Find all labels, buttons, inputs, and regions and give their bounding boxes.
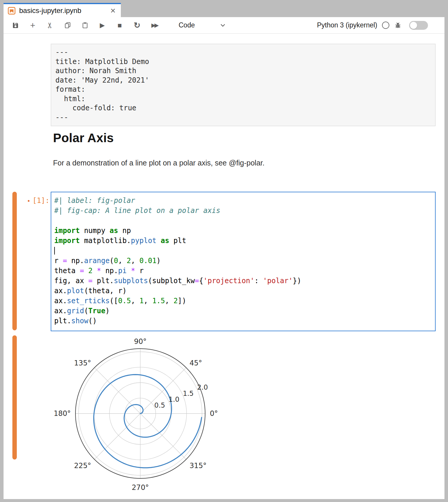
cell-type-value: Code [179,21,195,29]
tab-title: basics-jupyter.ipynb [19,6,110,15]
copy-cells-button[interactable] [64,21,71,30]
scissors-icon: ✂ [45,22,55,29]
kernel-name[interactable]: Python 3 (ipykernel) [317,21,377,29]
svg-text:135°: 135° [74,359,91,367]
notebook-icon [8,7,16,15]
svg-text:225°: 225° [74,462,91,470]
paste-cells-button[interactable] [81,21,89,30]
fast-forward-icon: ▶▶ [151,22,157,29]
chevron-down-icon [220,24,225,27]
interrupt-kernel-button[interactable]: ■ [116,21,123,30]
svg-text:1.0: 1.0 [169,396,179,403]
stop-icon: ■ [118,21,122,29]
code-cell-editor[interactable]: #| label: fig-polar#| fig-cap: A line pl… [51,192,436,331]
raw-yaml-cell[interactable]: ---title: Matplotlib Demoauthor: Norah S… [51,44,436,126]
copy-icon [64,22,71,29]
svg-text:0°: 0° [210,409,218,418]
debugger-button[interactable] [394,22,401,29]
plus-icon: + [30,20,35,30]
svg-text:180°: 180° [54,409,71,418]
svg-text:270°: 270° [132,483,149,492]
save-button[interactable] [11,21,19,30]
toggle-knob [410,22,417,29]
clipboard-icon [82,22,88,29]
run-icon: ▶ [100,22,105,29]
output-collapser[interactable] [12,335,17,460]
svg-text:315°: 315° [190,462,207,470]
svg-text:0.5: 0.5 [154,401,165,409]
bug-icon [394,22,401,29]
restart-run-all-button[interactable]: ▶▶ [151,21,158,30]
execution-count: [1]: [32,196,50,205]
notebook-content: ---title: Matplotlib Demoauthor: Norah S… [4,34,444,499]
toolbar-right-group: Python 3 (ipykernel) [317,21,428,30]
insert-cell-button[interactable]: + [29,21,37,30]
cell-type-dropdown[interactable]: Code [179,21,225,29]
kernel-status-indicator [382,22,389,29]
markdown-paragraph: For a demonstration of a line plot on a … [53,159,264,167]
cut-cells-button[interactable]: ✂ [46,21,54,30]
svg-text:90°: 90° [134,337,147,346]
restart-icon: ↻ [134,21,141,30]
tab-basics-jupyter[interactable]: basics-jupyter.ipynb × [4,3,121,17]
tab-bar: basics-jupyter.ipynb × [4,3,444,17]
simple-mode-toggle[interactable] [409,21,428,30]
polar-plot-figure: 0°45°90°135°180°225°270°315°0.51.01.52.0 [51,334,252,499]
svg-text:1.5: 1.5 [183,390,194,397]
svg-text:45°: 45° [190,359,202,367]
run-cell-button[interactable]: ▶ [98,21,106,30]
close-icon[interactable]: × [110,6,116,15]
save-icon [12,22,19,29]
markdown-heading: Polar Axis [53,131,114,145]
modified-dot-icon: • [27,197,30,204]
svg-text:2.0: 2.0 [197,383,208,391]
restart-kernel-button[interactable]: ↻ [133,21,141,30]
notebook-toolbar: + ✂ ▶ ■ ↻ ▶▶ Code Python 3 (ipykernel) [4,17,444,34]
execution-prompt: •[1]: [15,196,50,206]
code-cell-collapser[interactable] [12,192,17,330]
